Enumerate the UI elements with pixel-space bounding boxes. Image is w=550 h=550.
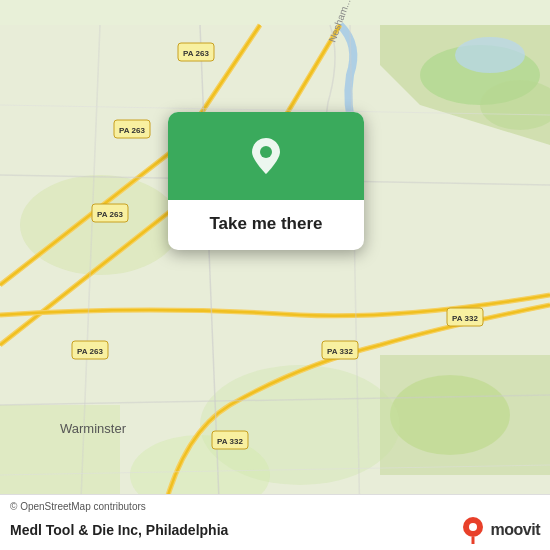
svg-point-29 [469,523,477,531]
map-background: PA 263 PA 263 PA 263 PA 263 PA 332 PA 33… [0,0,550,550]
svg-text:PA 263: PA 263 [97,210,123,219]
svg-text:PA 263: PA 263 [77,347,103,356]
map-container: PA 263 PA 263 PA 263 PA 263 PA 332 PA 33… [0,0,550,550]
osm-attribution: © OpenStreetMap contributors [10,501,540,512]
moovit-brand-text: moovit [491,521,540,539]
bottom-info-row: Medl Tool & Die Inc, Philadelphia moovit [10,516,540,544]
svg-text:PA 332: PA 332 [327,347,353,356]
svg-text:PA 263: PA 263 [119,126,145,135]
moovit-brand-icon [459,516,487,544]
svg-text:PA 263: PA 263 [183,49,209,58]
svg-text:PA 332: PA 332 [452,314,478,323]
moovit-logo[interactable]: moovit [459,516,540,544]
svg-point-27 [260,146,272,158]
take-me-there-button[interactable]: Take me there [197,200,334,250]
popup-card: Take me there [168,112,364,250]
location-pin-icon [244,134,288,178]
svg-text:Warminster: Warminster [60,421,127,436]
svg-text:PA 332: PA 332 [217,437,243,446]
svg-point-10 [455,37,525,73]
bottom-bar: © OpenStreetMap contributors Medl Tool &… [0,494,550,550]
location-name: Medl Tool & Die Inc, Philadelphia [10,522,228,538]
popup-green-area [168,112,364,200]
svg-point-5 [390,375,510,455]
